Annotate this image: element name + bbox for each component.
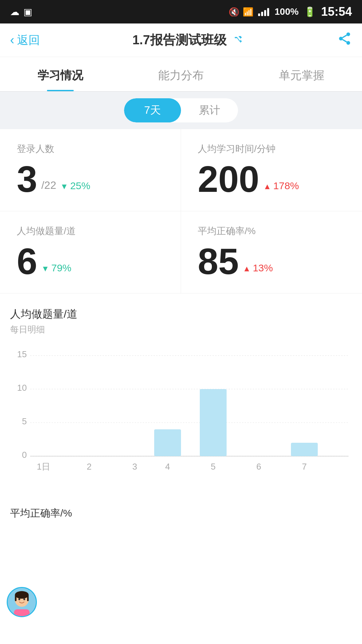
svg-text:2: 2 [87, 462, 92, 472]
stat-questions-value-row: 6 79% [17, 243, 167, 280]
svg-point-2 [346, 33, 350, 36]
stat-logins-sub: /22 [41, 179, 56, 192]
stat-questions-label: 人均做题量/道 [17, 225, 167, 237]
stat-logins-pct: 25% [70, 180, 90, 192]
stat-study-time-change: 178% [263, 180, 299, 192]
svg-point-25 [15, 591, 28, 598]
bar-day5 [200, 389, 227, 456]
toggle-7days[interactable]: 7天 [124, 98, 181, 122]
arrow-up-icon [263, 180, 272, 192]
stat-logins-value: 3 [17, 161, 37, 198]
toggle-container: 7天 累计 [124, 98, 238, 122]
status-time: 15:54 [321, 5, 352, 19]
status-icons: 🔇 📶 [229, 7, 269, 16]
stat-accuracy-change: 13% [243, 262, 273, 274]
battery-percent: 100% [275, 6, 299, 17]
svg-text:4: 4 [165, 462, 170, 472]
chart-section: 人均做题量/道 每日明细 0 5 10 15 [0, 293, 362, 500]
bottom-accuracy-label: 平均正确率/% [0, 500, 362, 524]
stat-accuracy-label: 平均正确率/% [198, 225, 349, 237]
toggle-cumulative[interactable]: 累计 [181, 98, 238, 122]
chart-area: 0 5 10 15 1日 2 3 4 5 6 7 [10, 345, 352, 500]
arrow-down-icon-2 [41, 262, 49, 274]
bar-day7 [291, 443, 318, 456]
chart-title: 人均做题量/道 [10, 307, 352, 322]
svg-text:5: 5 [211, 462, 216, 472]
header: ‹ 返回 1.7报告测试班级 [0, 23, 362, 57]
stat-questions-change: 79% [41, 262, 71, 274]
svg-rect-26 [15, 595, 16, 601]
stat-study-time-value-row: 200 178% [198, 161, 349, 198]
stat-accuracy-value: 85 [198, 243, 239, 280]
toggle-section: 7天 累计 [0, 92, 362, 129]
svg-text:15: 15 [17, 349, 27, 359]
svg-text:🔇: 🔇 [229, 7, 239, 16]
image-icon: ▣ [23, 6, 32, 17]
cloud-icon: ☁ [10, 6, 19, 17]
svg-text:📶: 📶 [243, 7, 254, 16]
svg-rect-30 [14, 609, 30, 617]
svg-text:1日: 1日 [37, 462, 50, 472]
stats-grid: 登录人数 3 /22 25% 人均学习时间/分钟 200 178% 人均做题量/… [0, 129, 362, 293]
stat-accuracy-pct: 13% [253, 262, 273, 274]
stat-accuracy: 平均正确率/% 85 13% [181, 211, 362, 293]
status-left-icons: ☁ ▣ [10, 6, 32, 17]
header-title: 1.7报告测试班级 [132, 32, 245, 49]
stat-questions-pct: 79% [51, 262, 71, 274]
status-right-info: 🔇 📶 100% 🔋 15:54 [229, 5, 352, 19]
status-bar: ☁ ▣ 🔇 📶 100% 🔋 15:54 [0, 0, 362, 23]
svg-text:10: 10 [17, 383, 27, 393]
stat-questions-value: 6 [17, 243, 37, 280]
battery-icon: 🔋 [304, 6, 316, 17]
stat-study-time-pct: 178% [273, 180, 299, 192]
svg-text:5: 5 [22, 416, 27, 426]
signal-bars [258, 7, 269, 16]
svg-text:7: 7 [302, 462, 307, 472]
tabs-container: 学习情况 能力分布 单元掌握 [0, 57, 362, 92]
shuffle-icon[interactable] [232, 34, 245, 46]
stat-study-time-label: 人均学习时间/分钟 [198, 143, 349, 155]
svg-text:3: 3 [132, 462, 137, 472]
stat-study-time-value: 200 [198, 161, 259, 198]
tab-ability[interactable]: 能力分布 [121, 57, 241, 91]
svg-text:0: 0 [22, 450, 27, 460]
svg-text:6: 6 [256, 462, 261, 472]
svg-point-29 [23, 598, 25, 600]
tab-unit[interactable]: 单元掌握 [241, 57, 362, 91]
stat-questions: 人均做题量/道 6 79% [0, 211, 181, 293]
svg-point-28 [18, 598, 20, 600]
share-icon[interactable] [337, 31, 352, 49]
back-arrow-icon: ‹ [10, 33, 14, 47]
chart-subtitle: 每日明细 [10, 324, 352, 335]
stat-logins: 登录人数 3 /22 25% [0, 129, 181, 211]
stat-accuracy-value-row: 85 13% [198, 243, 349, 280]
svg-point-3 [339, 37, 343, 41]
mute-icon: 🔇 [229, 7, 239, 16]
svg-point-4 [346, 41, 350, 45]
back-label: 返回 [17, 33, 40, 48]
svg-rect-27 [27, 595, 29, 601]
stat-logins-change: 25% [60, 180, 90, 192]
avatar-image [8, 587, 36, 617]
back-button[interactable]: ‹ 返回 [10, 33, 40, 48]
stat-logins-value-row: 3 /22 25% [17, 161, 167, 198]
chart-svg: 0 5 10 15 1日 2 3 4 5 6 7 [10, 345, 352, 500]
stat-logins-label: 登录人数 [17, 143, 167, 155]
wifi-icon: 📶 [243, 7, 255, 16]
stat-study-time: 人均学习时间/分钟 200 178% [181, 129, 362, 211]
arrow-up-icon-2 [243, 262, 251, 274]
svg-line-5 [343, 40, 347, 42]
bar-day4 [154, 429, 181, 456]
tab-learning[interactable]: 学习情况 [0, 57, 121, 91]
svg-line-6 [343, 35, 347, 38]
arrow-down-icon [60, 180, 68, 192]
avatar[interactable] [7, 587, 37, 617]
